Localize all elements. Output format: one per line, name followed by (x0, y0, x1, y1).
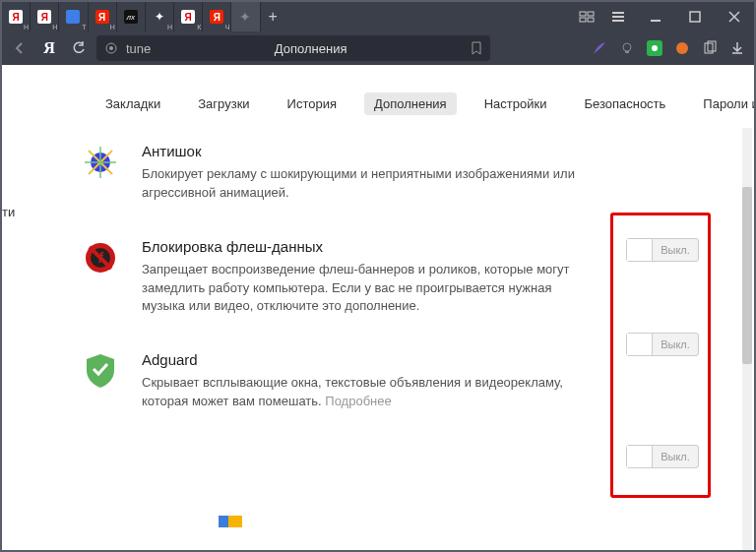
nav-addons[interactable]: Дополнения (364, 92, 457, 115)
extension-green-icon[interactable] (644, 37, 665, 59)
tune-icon (104, 41, 118, 55)
nav-downloads[interactable]: Загрузки (188, 92, 259, 115)
addon-adguard: Adguard Скрывает всплывающие окна, текст… (81, 351, 695, 411)
next-addon-peek (81, 447, 695, 527)
omnibox-url: tune (126, 41, 151, 56)
omnibox-title: Дополнения (275, 41, 347, 56)
new-tab-button[interactable]: + (261, 2, 285, 31)
cut-text: ти (2, 205, 15, 219)
browser-tab-4[interactable]: лх (117, 2, 146, 31)
omnibox[interactable]: tune Дополнения (96, 35, 490, 61)
addon-flashblock: f Блокировка флеш-данных Запрещает воспр… (81, 238, 695, 317)
svg-rect-3 (588, 18, 594, 22)
addon-description: Блокирует рекламу с шокирующими и неприя… (142, 165, 597, 203)
maximize-button[interactable] (675, 2, 715, 31)
yandex-home-button[interactable]: Я (37, 36, 61, 60)
window-controls (636, 2, 754, 31)
download-icon[interactable] (726, 37, 748, 59)
browser-tab-3[interactable]: ЯН (89, 2, 117, 31)
addon-icon-peek (219, 516, 242, 527)
nav-security[interactable]: Безопасность (574, 92, 675, 115)
sparkle-icon: ✦ (152, 9, 167, 25)
bulb-icon[interactable] (616, 37, 638, 59)
yandex-icon: Я (9, 10, 23, 24)
browser-tab-8[interactable]: ✦ (231, 2, 260, 31)
svg-rect-1 (588, 12, 594, 16)
toggle-flashblock[interactable]: Выкл. (626, 333, 699, 356)
browser-tab-7[interactable]: ЯЧ (203, 2, 231, 31)
titlebar-actions (569, 2, 636, 31)
antishock-icon (81, 143, 120, 182)
back-button[interactable] (8, 36, 32, 60)
svg-rect-14 (625, 51, 629, 53)
yandex-icon: Я (210, 10, 223, 24)
addon-description: Запрещает воспроизведение флеш-баннеров … (142, 261, 597, 317)
extension-orange-icon[interactable] (671, 37, 693, 59)
nav-settings[interactable]: Настройки (474, 92, 557, 115)
scrollbar[interactable] (742, 128, 752, 550)
toggle-label: Выкл. (653, 338, 698, 350)
nav-bookmarks[interactable]: Закладки (95, 92, 170, 115)
browser-tab-1[interactable]: ЯН (31, 2, 59, 31)
yandex-icon: Я (37, 10, 51, 24)
addon-antishock: Антишок Блокирует рекламу с шокирующими … (81, 143, 695, 203)
yandex-icon: Я (95, 10, 109, 24)
toggle-label: Выкл. (653, 244, 698, 256)
svg-rect-8 (690, 12, 700, 22)
toggle-knob (627, 334, 653, 355)
addon-description: Скрывает всплывающие окна, текстовые объ… (142, 374, 597, 411)
page-content: Закладки Загрузки История Дополнения Нас… (2, 65, 754, 550)
close-button[interactable] (715, 2, 754, 31)
browser-tabs: ЯН ЯН Т ЯН лх ✦Н ЯК ЯЧ ✦ + (2, 2, 285, 31)
noflash-icon: f (81, 238, 120, 277)
toggle-label: Выкл. (653, 451, 698, 462)
yandex-icon: Я (181, 10, 195, 24)
svg-point-16 (652, 45, 658, 51)
browser-tab-0[interactable]: ЯН (2, 2, 31, 31)
settings-nav: Закладки Загрузки История Дополнения Нас… (2, 65, 754, 133)
browser-tab-6[interactable]: ЯК (174, 2, 203, 31)
svg-point-17 (676, 42, 688, 54)
svg-point-12 (109, 46, 113, 50)
site-icon: лх (124, 10, 138, 24)
document-icon (66, 10, 80, 24)
toggle-knob (627, 239, 653, 261)
svg-rect-0 (580, 12, 586, 16)
browser-tab-5[interactable]: ✦Н (146, 2, 174, 31)
adguard-icon (81, 351, 120, 391)
address-bar: Я tune Дополнения (2, 31, 754, 65)
more-link[interactable]: Подробнее (325, 394, 391, 408)
bookmark-icon[interactable] (471, 41, 482, 55)
toggle-adguard[interactable]: Выкл. (626, 445, 699, 468)
window-titlebar: ЯН ЯН Т ЯН лх ✦Н ЯК ЯЧ ✦ + (2, 2, 754, 31)
svg-point-13 (623, 43, 631, 51)
menu-icon[interactable] (606, 5, 630, 29)
browser-tab-2[interactable]: Т (59, 2, 88, 31)
scrollbar-thumb[interactable] (742, 187, 752, 364)
feather-icon[interactable] (589, 37, 610, 59)
reload-button[interactable] (67, 36, 91, 60)
toggle-antishock[interactable]: Выкл. (626, 238, 699, 262)
puzzle-icon: ✦ (237, 9, 253, 25)
minimize-button[interactable] (636, 2, 675, 31)
tabs-overview-icon[interactable] (575, 5, 598, 29)
addon-title: Блокировка флеш-данных (142, 238, 597, 255)
nav-history[interactable]: История (278, 92, 346, 115)
svg-rect-2 (580, 18, 586, 22)
addon-title: Антишок (142, 143, 597, 159)
copy-icon[interactable] (699, 37, 721, 59)
toggle-knob (627, 446, 653, 467)
nav-passwords[interactable]: Пароли и карты (693, 92, 754, 115)
addon-title: Adguard (142, 351, 597, 368)
